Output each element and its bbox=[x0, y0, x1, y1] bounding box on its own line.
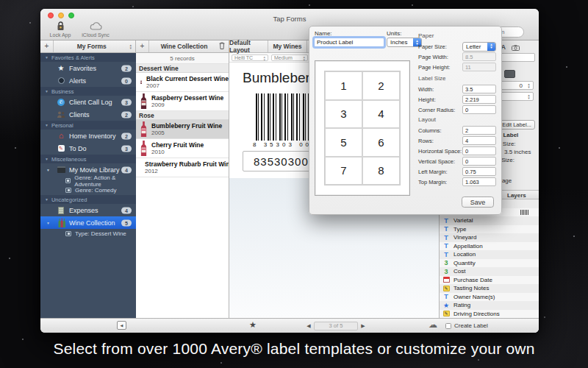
field-row-vineyard[interactable]: TVineyard bbox=[440, 233, 539, 242]
disclosure-triangle-icon[interactable]: ▼ bbox=[45, 55, 49, 60]
note-icon: ✎ bbox=[442, 311, 450, 316]
sidebar-section-favorites-alerts[interactable]: ▼ Favorites & Alerts bbox=[40, 53, 136, 62]
field-layers-list: 3Vintage TUPC TVarietal TType TVineyard … bbox=[440, 199, 539, 318]
font-weight-select[interactable]: Medium ▴▾ bbox=[271, 54, 308, 61]
edit-label-button[interactable]: Edit Label... bbox=[498, 120, 535, 130]
field-row-type[interactable]: TType bbox=[440, 225, 539, 234]
sidebar-subitem-genre-action[interactable]: Genre: Action & Adventure bbox=[40, 176, 136, 185]
stepper-icon[interactable]: ▴▾ bbox=[526, 82, 532, 88]
house-icon: ⌂ bbox=[57, 132, 65, 139]
top-margin-label: Top Margin: bbox=[418, 179, 447, 185]
sidebar-section-miscellaneous[interactable]: ▼ Miscellaneous bbox=[40, 155, 136, 163]
favorite-record-icon[interactable]: ★ bbox=[249, 320, 257, 330]
disclosure-triangle-icon[interactable]: ▼ bbox=[45, 197, 49, 202]
calendar-icon bbox=[442, 277, 450, 283]
record-name: Bumbleberry Fruit Wine bbox=[151, 122, 222, 130]
sidebar-section-uncategorized[interactable]: ▼ Uncategorized bbox=[40, 195, 136, 204]
field-label: Quantity bbox=[453, 260, 476, 266]
columns-input[interactable] bbox=[462, 126, 496, 135]
sidebar-item-label: Clients bbox=[69, 111, 90, 118]
save-button[interactable]: Save bbox=[462, 197, 494, 208]
disclosure-triangle-icon[interactable]: ▼ bbox=[46, 221, 53, 225]
tab-default-layout[interactable]: Default Layout bbox=[229, 40, 268, 52]
cloud-upload-icon[interactable]: ☁↑ bbox=[429, 319, 437, 330]
text-field-icon: T bbox=[442, 242, 450, 250]
label-template-dialog: Name: Units: Inches ▲▼ 1 2 3 4 5 6 7 8 P… bbox=[309, 26, 502, 215]
add-record-button[interactable]: + bbox=[136, 40, 149, 52]
name-label: Name: bbox=[315, 30, 332, 37]
camera-icon[interactable] bbox=[512, 40, 520, 54]
sidebar-header-title[interactable]: My Forms bbox=[54, 43, 129, 50]
paper-size-select[interactable]: Letter ▲▼ bbox=[462, 42, 496, 52]
disclosure-triangle-icon[interactable]: ▼ bbox=[46, 168, 53, 172]
field-row-varietal[interactable]: TVarietal bbox=[440, 216, 539, 225]
trash-icon[interactable] bbox=[219, 42, 225, 51]
sidebar-section-business[interactable]: ▼ Business bbox=[40, 87, 136, 96]
sidebar-subitem-label: Type: Dessert Wine bbox=[75, 230, 126, 237]
sort-stepper-icon[interactable]: ▴▾ bbox=[129, 43, 132, 49]
sidebar-item-alerts[interactable]: Alerts 0 bbox=[40, 74, 136, 87]
record-row-black-current[interactable]: Black Current Dessert Wine 2007 bbox=[136, 73, 229, 92]
record-row-bumbleberry[interactable]: Bumbleberry Fruit Wine 2005 bbox=[136, 120, 229, 139]
corner-radius-input[interactable] bbox=[462, 105, 496, 114]
stepper-icon[interactable]: ▴▾ bbox=[526, 93, 532, 99]
sidebar-subitem-type-dessert-wine[interactable]: Type: Dessert Wine bbox=[40, 229, 136, 238]
width-label: Width: bbox=[418, 86, 434, 93]
units-select[interactable]: Inches ▲▼ bbox=[387, 38, 422, 47]
width-input[interactable] bbox=[462, 85, 496, 93]
label-grid: 1 2 3 4 5 6 7 8 bbox=[324, 71, 401, 185]
page-height-input bbox=[462, 63, 496, 71]
height-input[interactable] bbox=[462, 95, 496, 104]
field-row-driving-directions[interactable]: ✎Driving Directions bbox=[440, 310, 539, 319]
template-name-input[interactable] bbox=[314, 38, 384, 47]
count-badge: 5 bbox=[121, 219, 132, 226]
sidebar-item-clients[interactable]: Clients 2 bbox=[40, 108, 136, 121]
disclosure-triangle-icon[interactable]: ▼ bbox=[45, 89, 49, 93]
pager-label: 3 of 5 bbox=[314, 322, 358, 330]
rows-input[interactable] bbox=[462, 136, 496, 145]
alignment-button[interactable] bbox=[504, 70, 515, 78]
field-row-quantity[interactable]: 3Quantity bbox=[440, 259, 539, 268]
vertical-space-input[interactable] bbox=[462, 157, 496, 166]
field-row-appellation[interactable]: TAppellation bbox=[440, 242, 539, 251]
sidebar-section-personal[interactable]: ▼ Personal bbox=[40, 121, 136, 130]
record-row-raspberry[interactable]: Raspberry Dessert Wine 2009 bbox=[136, 92, 229, 111]
sidebar-item-home-inventory[interactable]: ⌂ Home Inventory 2 bbox=[40, 130, 136, 142]
collapse-sidebar-icon[interactable]: ◀ bbox=[117, 321, 126, 330]
sidebar-item-favorites[interactable]: ★ Favorites 2 bbox=[40, 62, 136, 74]
sidebar-item-wine-collection[interactable]: ▼ Wine Collection 5 bbox=[40, 216, 136, 229]
label-cell: 2 bbox=[362, 71, 400, 100]
sidebar-item-expenses[interactable]: Expenses 4 bbox=[40, 204, 136, 216]
field-label: Cost bbox=[453, 268, 465, 275]
add-form-button[interactable]: + bbox=[40, 40, 54, 52]
next-record-icon[interactable]: ▶ bbox=[358, 323, 368, 329]
icloud-sync-button[interactable]: iCloud Sync bbox=[79, 21, 112, 38]
field-row-rating[interactable]: ★Rating bbox=[440, 301, 539, 310]
field-row-purchase-date[interactable]: Purchase Date bbox=[440, 276, 539, 285]
sidebar-item-my-movie-library[interactable]: ▼ My Movie Library 4 bbox=[40, 163, 136, 176]
sidebar-item-label: Wine Collection bbox=[69, 219, 115, 227]
field-row-cost[interactable]: 3Cost bbox=[440, 267, 539, 276]
record-row-cherry[interactable]: Cherry Fruit Wine 2010 bbox=[136, 139, 229, 158]
font-family-select[interactable]: Heiti TC ▴▾ bbox=[232, 54, 268, 61]
field-row-location[interactable]: TLocation bbox=[440, 250, 539, 259]
sidebar-item-to-do[interactable]: ✎ To Do 3 bbox=[40, 142, 136, 155]
horizontal-space-input[interactable] bbox=[462, 146, 496, 155]
phone-icon: ✆ bbox=[57, 99, 65, 106]
top-margin-input[interactable] bbox=[462, 177, 496, 186]
font-weight-value: Medium bbox=[274, 55, 293, 60]
lock-app-button[interactable]: Lock App bbox=[43, 21, 77, 38]
field-row-tasting-notes[interactable]: ✎Tasting Notes bbox=[440, 284, 539, 293]
previous-record-icon[interactable]: ◀ bbox=[304, 323, 314, 329]
field-label: Vineyard bbox=[453, 234, 476, 241]
section-label: Favorites & Alerts bbox=[51, 54, 95, 61]
disclosure-triangle-icon[interactable]: ▼ bbox=[45, 123, 49, 127]
page-width-input bbox=[462, 52, 496, 61]
record-row-strawberry[interactable]: Strawberry Rubarb Fruit Wine 2012 bbox=[136, 158, 229, 177]
disclosure-triangle-icon[interactable]: ▼ bbox=[45, 157, 49, 161]
left-margin-input[interactable] bbox=[462, 167, 496, 176]
create-label-checkbox[interactable] bbox=[445, 323, 451, 329]
sidebar-item-client-call-log[interactable]: ✆ Client Call Log 3 bbox=[40, 96, 136, 108]
field-row-owner-names[interactable]: TOwner Name(s) bbox=[440, 293, 539, 302]
tab-my-wines[interactable]: My Wines bbox=[268, 40, 307, 52]
